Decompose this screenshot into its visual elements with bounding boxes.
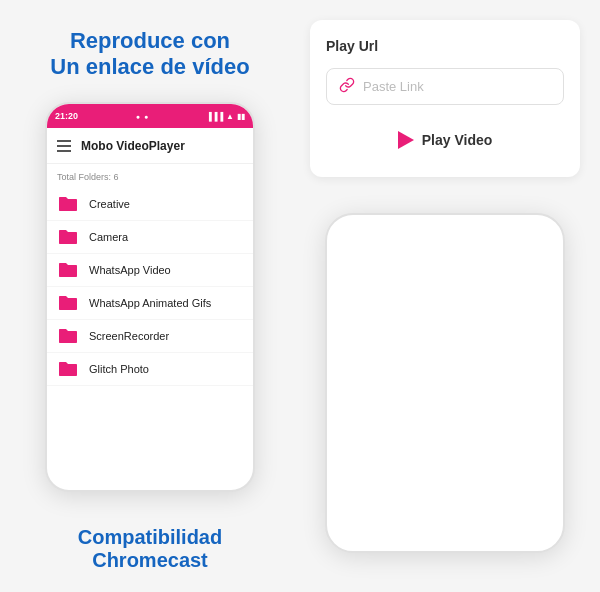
folder-icon xyxy=(57,228,79,246)
folder-item-whatsapp-video[interactable]: WhatsApp Video xyxy=(47,254,253,287)
folder-item-glitch-photo[interactable]: Glitch Photo xyxy=(47,353,253,386)
folder-icon xyxy=(57,195,79,213)
play-video-label: Play Video xyxy=(422,132,493,148)
status-dot2: ● xyxy=(144,113,148,120)
phone-mockup-right xyxy=(325,213,565,553)
folder-name: Creative xyxy=(89,198,130,210)
folder-icon xyxy=(57,327,79,345)
status-time: 21:20 xyxy=(55,111,78,121)
folder-item-camera[interactable]: Camera xyxy=(47,221,253,254)
chromecast-line2: Chromecast xyxy=(0,549,300,572)
folder-icon xyxy=(57,261,79,279)
folder-icon xyxy=(57,294,79,312)
play-url-section: Play Url Paste Link Play Video xyxy=(310,20,580,177)
folder-name: WhatsApp Animated Gifs xyxy=(89,297,211,309)
play-triangle-icon xyxy=(398,131,414,149)
link-icon xyxy=(339,77,355,96)
signal-icon: ▐▐▐ xyxy=(206,112,223,121)
hero-line2: Un enlace de vídeo xyxy=(50,54,249,80)
chromecast-line1: Compatibilidad xyxy=(0,526,300,549)
folder-item-screenrecorder[interactable]: ScreenRecorder xyxy=(47,320,253,353)
right-panel: Play Url Paste Link Play Video xyxy=(300,0,600,592)
folder-item-whatsapp-gifs[interactable]: WhatsApp Animated Gifs xyxy=(47,287,253,320)
left-panel: Reproduce con Un enlace de vídeo 21:20 ●… xyxy=(0,0,300,592)
folder-list-container: Total Folders: 6 Creative Camera xyxy=(47,164,253,386)
phone-mockup-left: 21:20 ● ● ▐▐▐ ▲ ▮▮ Mobo VideoPlayer Tota… xyxy=(45,102,255,492)
hero-line1: Reproduce con xyxy=(50,28,249,54)
chromecast-text: Compatibilidad Chromecast xyxy=(0,526,300,572)
total-folders-label: Total Folders: 6 xyxy=(47,172,253,188)
folder-name: Glitch Photo xyxy=(89,363,149,375)
app-bar: Mobo VideoPlayer xyxy=(47,128,253,164)
status-bar: 21:20 ● ● ▐▐▐ ▲ ▮▮ xyxy=(47,104,253,128)
play-url-title: Play Url xyxy=(326,38,564,54)
paste-link-placeholder: Paste Link xyxy=(363,79,424,94)
battery-icon: ▮▮ xyxy=(237,112,245,121)
play-video-button[interactable]: Play Video xyxy=(326,121,564,159)
folder-name: Camera xyxy=(89,231,128,243)
folder-name: WhatsApp Video xyxy=(89,264,171,276)
notch-area: ● ● xyxy=(136,113,148,120)
app-title: Mobo VideoPlayer xyxy=(81,139,185,153)
url-input-row[interactable]: Paste Link xyxy=(326,68,564,105)
status-icons: ▐▐▐ ▲ ▮▮ xyxy=(206,112,245,121)
folder-name: ScreenRecorder xyxy=(89,330,169,342)
folder-item-creative[interactable]: Creative xyxy=(47,188,253,221)
folder-icon xyxy=(57,360,79,378)
status-dot1: ● xyxy=(136,113,140,120)
hero-text: Reproduce con Un enlace de vídeo xyxy=(50,28,249,80)
hamburger-icon[interactable] xyxy=(57,140,71,152)
wifi-icon: ▲ xyxy=(226,112,234,121)
